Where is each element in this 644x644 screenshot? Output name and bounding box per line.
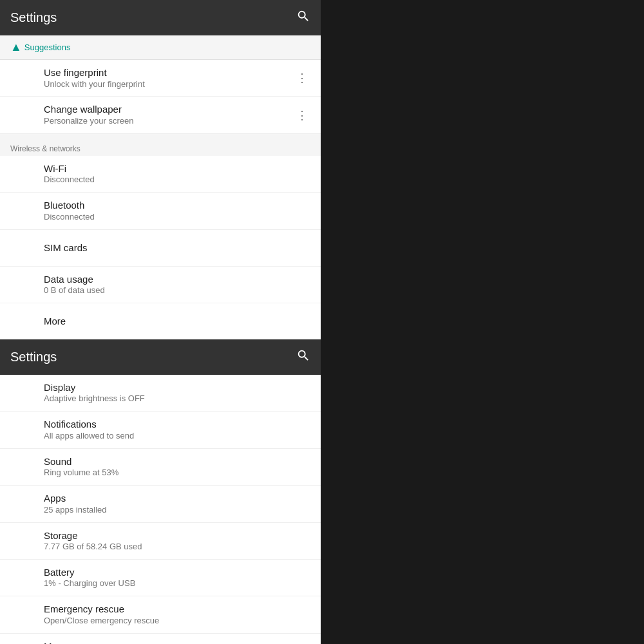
sound-subtitle: Ring volume at 53% [44,468,310,478]
display-title: Display [44,381,310,394]
setting-item-sim-cards[interactable]: SIM cards [0,230,321,267]
notifications-title: Notifications [44,418,310,431]
setting-item-notifications[interactable]: Notifications All apps allowed to send [0,412,321,448]
memory-text: Memory Avg 1.2 GB of 3.7 GB memory used [44,640,310,644]
panel-top-left-title: Settings [10,10,57,25]
panel-top-left-header: Settings [0,0,321,35]
storage-text: Storage 7.77 GB of 58.24 GB used [44,529,310,553]
setting-item-display[interactable]: Display Adaptive brightness is OFF [0,375,321,412]
apps-icon [10,492,33,515]
suggestions-header[interactable]: ▲ Suggestions [0,35,321,59]
display-icon [10,381,33,404]
setting-item-change-wallpaper[interactable]: Change wallpaper Personalize your screen… [0,97,321,133]
battery-title: Battery [44,566,310,579]
panel-top-left: Settings ▲ Suggestions Use fingerprint U… [0,0,321,339]
bluetooth-icon [10,199,33,222]
sim-icon [10,236,33,260]
suggestions-label: Suggestions [24,43,71,52]
panel-top-right: Settings Display Adaptive brightness is … [0,339,321,644]
panel-top-left-search-button[interactable] [296,9,310,26]
setting-item-sound[interactable]: Sound Ring volume at 53% [0,449,321,486]
setting-item-storage[interactable]: Storage 7.77 GB of 58.24 GB used [0,523,321,560]
sound-icon [10,455,33,478]
use-fingerprint-more-icon[interactable]: ⋮ [294,68,310,88]
bluetooth-subtitle: Disconnected [44,212,310,223]
emergency-rescue-title: Emergency rescue [44,603,310,616]
setting-item-battery[interactable]: Battery 1% - Charging over USB [0,560,321,596]
storage-icon [10,529,33,553]
wallpaper-icon [10,104,33,127]
wifi-icon [10,162,33,185]
battery-text: Battery 1% - Charging over USB [44,566,310,589]
sos-icon [10,603,33,626]
display-subtitle: Adaptive brightness is OFF [44,393,310,404]
panel-top-left-content: ▲ Suggestions Use fingerprint Unlock wit… [0,35,321,339]
wireless-networks-header: Wireless & networks [0,138,321,156]
data-usage-subtitle: 0 B of data used [44,285,310,296]
apps-text: Apps 25 apps installed [44,492,310,515]
setting-item-use-fingerprint[interactable]: Use fingerprint Unlock with your fingerp… [0,60,321,97]
display-text: Display Adaptive brightness is OFF [44,381,310,404]
more-title: More [44,315,310,328]
panel-top-right-search-button[interactable] [296,348,310,366]
use-fingerprint-title: Use fingerprint [44,66,294,79]
panel-top-right-header: Settings [0,339,321,375]
change-wallpaper-title: Change wallpaper [44,103,294,116]
notifications-icon [10,419,33,442]
sim-text: SIM cards [44,242,310,254]
wifi-text: Wi-Fi Disconnected [44,162,310,185]
setting-item-data-usage[interactable]: Data usage 0 B of data used [0,267,321,303]
memory-icon [10,640,33,644]
use-fingerprint-text: Use fingerprint Unlock with your fingerp… [44,66,294,90]
memory-title: Memory [44,640,310,644]
battery-subtitle: 1% - Charging over USB [44,578,310,589]
change-wallpaper-text: Change wallpaper Personalize your screen [44,103,294,126]
setting-item-apps[interactable]: Apps 25 apps installed [0,486,321,522]
wifi-title: Wi-Fi [44,162,310,175]
change-wallpaper-more-icon[interactable]: ⋮ [294,106,310,125]
more-text: More [44,315,310,328]
notifications-subtitle: All apps allowed to send [44,431,310,442]
emergency-rescue-subtitle: Open/Close emergency rescue [44,616,310,627]
apps-title: Apps [44,492,310,505]
setting-item-memory[interactable]: Memory Avg 1.2 GB of 3.7 GB memory used [0,634,321,644]
wifi-subtitle: Disconnected [44,175,310,185]
sound-text: Sound Ring volume at 53% [44,455,310,478]
sound-title: Sound [44,455,310,468]
battery-icon [10,566,33,589]
storage-subtitle: 7.77 GB of 58.24 GB used [44,542,310,553]
fingerprint-icon [10,66,33,90]
change-wallpaper-subtitle: Personalize your screen [44,116,294,127]
more-dots-icon [10,310,33,333]
storage-title: Storage [44,529,310,542]
setting-item-wifi[interactable]: Wi-Fi Disconnected [0,156,321,193]
emergency-rescue-text: Emergency rescue Open/Close emergency re… [44,603,310,626]
notifications-text: Notifications All apps allowed to send [44,418,310,441]
use-fingerprint-subtitle: Unlock with your fingerprint [44,79,294,90]
bluetooth-title: Bluetooth [44,199,310,212]
data-usage-icon [10,273,33,296]
data-usage-title: Data usage [44,273,310,286]
data-usage-text: Data usage 0 B of data used [44,273,310,296]
panel-top-right-content: Display Adaptive brightness is OFF Notif… [0,375,321,644]
apps-subtitle: 25 apps installed [44,505,310,516]
sim-title: SIM cards [44,242,310,254]
panel-top-right-title: Settings [10,350,57,365]
setting-item-bluetooth[interactable]: Bluetooth Disconnected [0,193,321,229]
setting-item-more[interactable]: More [0,303,321,339]
bluetooth-text: Bluetooth Disconnected [44,199,310,222]
setting-item-emergency-rescue[interactable]: Emergency rescue Open/Close emergency re… [0,596,321,633]
suggestions-chevron-icon: ▲ [10,41,22,54]
